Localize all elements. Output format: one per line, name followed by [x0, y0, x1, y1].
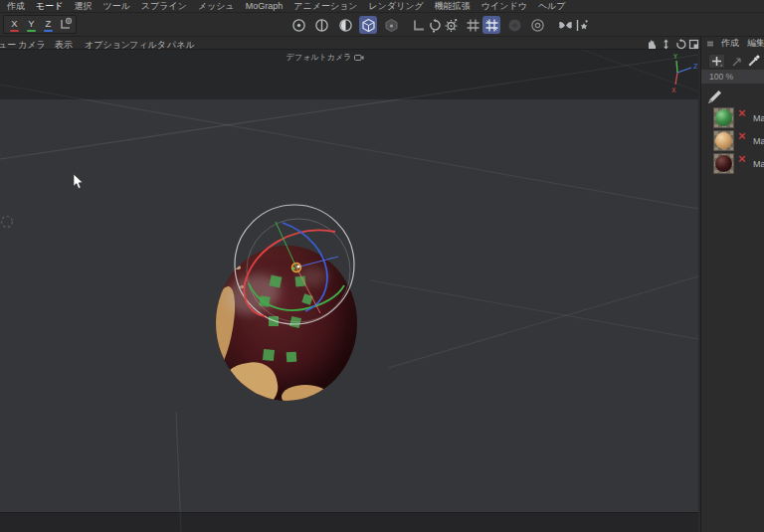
menu-extensions[interactable]: 機能拡張 — [435, 0, 471, 13]
axis-y-label: Y — [28, 18, 34, 29]
gear-tool-icon — [444, 18, 459, 33]
edge-mode-button[interactable] — [312, 16, 330, 34]
menu-animation[interactable]: アニメーション — [293, 0, 357, 13]
material-delete-icon[interactable]: × — [738, 106, 746, 119]
symmetry-icon — [557, 18, 574, 33]
coordinate-system-button[interactable] — [57, 16, 74, 33]
material-preview-sphere — [715, 109, 732, 126]
panel-menu-create[interactable]: 作成 — [721, 37, 739, 50]
edit-pencil-icon[interactable] — [706, 89, 723, 105]
menu-render[interactable]: レンダリング — [369, 0, 424, 13]
sphere-tan-speck-1 — [234, 266, 241, 269]
material-delete-icon[interactable]: × — [738, 152, 746, 165]
point-mode-button[interactable] — [289, 16, 307, 34]
axis-mode-button[interactable] — [409, 16, 427, 34]
grid-snap-button[interactable] — [464, 16, 481, 34]
axis-x-label: X — [11, 18, 17, 29]
menu-select[interactable]: 選択 — [74, 0, 92, 13]
sphere-object[interactable] — [216, 246, 357, 401]
polygon-mode-icon — [338, 18, 353, 33]
load-material-button[interactable] — [728, 54, 745, 69]
grid-quantize-button[interactable] — [482, 16, 500, 34]
mouse-cursor — [73, 174, 85, 190]
sphere-tan-patch-bottom-left — [218, 358, 283, 401]
material-delete-icon[interactable]: × — [738, 129, 746, 142]
axis-lock-group: X Y Z — [3, 15, 77, 34]
coordinate-system-icon — [58, 17, 73, 32]
material-thumbnail[interactable] — [713, 130, 734, 151]
preview-zoom-value: 100 % — [709, 72, 733, 82]
hamburger-menu-icon[interactable] — [707, 40, 713, 48]
camera-label[interactable]: デフォルトカメラ — [261, 52, 390, 63]
texture-mode-button[interactable] — [382, 16, 400, 34]
grid-snap-icon — [466, 18, 480, 33]
rotate-tool-icon — [428, 18, 443, 33]
eyedropper-icon — [747, 55, 760, 68]
material-row[interactable]: × Mat. — [701, 153, 764, 175]
viewport-menu-row: ュー カメラ 表示 オプション フィルタ パネル — [0, 37, 764, 50]
material-thumbnail[interactable] — [713, 107, 734, 128]
texture-mode-icon — [384, 18, 399, 33]
dolly-icon[interactable] — [660, 38, 672, 50]
disabled-circle-icon — [507, 18, 522, 33]
polygon-mode-button[interactable] — [336, 16, 354, 34]
material-name[interactable]: Mat. — [753, 159, 764, 169]
material-thumbnail[interactable] — [713, 153, 734, 174]
preview-zoom-row[interactable]: 100 % — [701, 70, 764, 84]
menu-help[interactable]: ヘルプ — [538, 0, 566, 13]
axis-z-underline — [44, 30, 53, 32]
target-icon — [530, 18, 545, 33]
camera-label-text: デフォルトカメラ — [286, 52, 352, 63]
menu-tools[interactable]: ツール — [102, 0, 129, 13]
app-window: 作成 モード 選択 ツール スプライン メッシュ MoGraph アニメーション… — [0, 0, 764, 532]
workplane-button[interactable] — [572, 16, 590, 34]
material-row[interactable]: × Mat. — [701, 107, 764, 129]
icon-toolbar: X Y Z — [0, 13, 764, 37]
material-row[interactable]: × Mat. — [701, 130, 764, 152]
edge-mode-icon — [314, 18, 329, 33]
rotate-view-icon[interactable] — [674, 38, 687, 50]
point-mode-icon — [291, 18, 306, 33]
grid-quantize-icon — [484, 18, 499, 33]
axis-x-underline — [10, 30, 19, 32]
panel-menu-edit[interactable]: 編集 — [747, 37, 764, 50]
material-name[interactable]: Mat. — [753, 113, 764, 123]
diagonal-arrow-icon — [731, 56, 743, 68]
sphere-specular-highlight-2 — [298, 266, 328, 286]
axis-x-button[interactable]: X — [6, 16, 23, 33]
camera-icon — [354, 54, 364, 62]
disabled-circle-button[interactable] — [505, 16, 523, 34]
menu-mograph[interactable]: MoGraph — [246, 1, 284, 11]
pan-icon[interactable] — [645, 38, 658, 50]
material-name[interactable]: Mat. — [753, 136, 764, 146]
menu-window[interactable]: ウインドウ — [481, 0, 527, 13]
menu-mesh[interactable]: メッシュ — [198, 0, 235, 13]
camera-frame-bottom-band — [0, 512, 698, 532]
materials-panel-header: 作成 編集 — [701, 37, 764, 50]
materials-panel: 作成 編集 100 % — [700, 37, 764, 532]
model-mode-icon — [361, 18, 376, 33]
target-button[interactable] — [528, 16, 546, 34]
axis-z-button[interactable]: Z — [40, 16, 57, 33]
axis-y-button[interactable]: Y — [23, 16, 40, 33]
workplane-icon — [574, 18, 589, 33]
menu-mode[interactable]: モード — [36, 0, 63, 13]
add-material-button[interactable] — [708, 54, 725, 69]
axis-z-label: Z — [46, 18, 52, 29]
plus-icon — [711, 56, 722, 67]
material-preview-sphere — [715, 132, 732, 149]
material-preview-sphere — [715, 155, 732, 172]
left-edge-rotate-hint-icon — [0, 214, 16, 230]
menu-create[interactable]: 作成 — [7, 0, 25, 13]
axis-mode-icon — [411, 18, 426, 33]
frame-view-icon[interactable] — [687, 38, 700, 50]
menu-spline[interactable]: スプライン — [141, 0, 187, 13]
viewport-3d[interactable]: デフォルトカメラ — [0, 50, 698, 532]
pick-material-button[interactable] — [745, 54, 762, 69]
sphere-tan-patch-bottom — [282, 385, 329, 401]
model-mode-button[interactable] — [359, 16, 377, 34]
axis-y-underline — [27, 30, 36, 32]
gear-tool-button[interactable] — [442, 16, 460, 34]
menubar: 作成 モード 選択 ツール スプライン メッシュ MoGraph アニメーション… — [0, 0, 764, 13]
